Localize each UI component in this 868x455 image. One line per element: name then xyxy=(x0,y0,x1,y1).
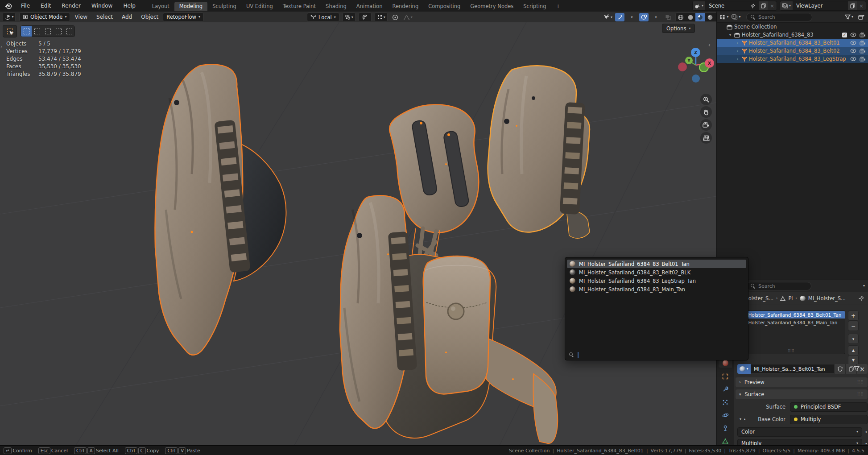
expand-toggle[interactable]: › xyxy=(736,49,740,53)
properties-options-dropdown[interactable]: ▾ xyxy=(863,284,865,288)
pin-icon[interactable] xyxy=(750,4,755,8)
tab-constraints[interactable] xyxy=(719,424,732,433)
datablock-name[interactable]: Holster_Safariland_6384_83_Belt02 xyxy=(749,48,840,54)
new-scene-button[interactable] xyxy=(759,1,768,10)
add-workspace-button[interactable]: + xyxy=(551,2,565,11)
app-menu-item[interactable]: Render xyxy=(56,3,86,9)
hide-eye-icon[interactable] xyxy=(850,49,856,53)
preview-panel-header[interactable]: › Preview ⠿⠿ xyxy=(736,377,868,387)
breadcrumb-object[interactable]: Holster_S... xyxy=(744,295,773,302)
expand-toggle[interactable]: › xyxy=(736,41,740,45)
disable-render-camera-icon[interactable] xyxy=(860,57,866,62)
scene-name-field[interactable]: Scene xyxy=(705,1,759,10)
base-color-node-selector[interactable]: Multiply xyxy=(790,415,868,424)
tab-physics[interactable] xyxy=(719,411,732,420)
remove-viewlayer-button[interactable]: × xyxy=(857,1,866,10)
workspace-tab[interactable]: UV Editing xyxy=(241,2,278,11)
unlink-scene-button[interactable]: × xyxy=(768,1,777,10)
add-slot-button[interactable]: + xyxy=(848,310,859,321)
retopoflow-menu[interactable]: RetopoFlow ▾ xyxy=(163,12,204,22)
material-popup-item[interactable]: MI_Holster_Safariland_6384_83_Belt01_Tan xyxy=(567,260,746,268)
expand-toggle[interactable]: ▾ xyxy=(728,33,732,37)
shading-material-preview-button[interactable] xyxy=(695,13,705,21)
tweak-tool-button[interactable] xyxy=(3,25,17,37)
select-intersect-button[interactable] xyxy=(64,26,74,37)
workspace-tab[interactable]: Sculpting xyxy=(207,2,241,11)
material-popup-item[interactable]: MI_Holster_Safariland_6384_83_Main_Tan xyxy=(567,285,746,294)
gizmos-dropdown[interactable]: ▾ xyxy=(627,13,637,21)
viewport-3d[interactable]: › Objects5 / 5 Vertices17,779 / 17,779 E… xyxy=(0,22,716,445)
hide-eye-icon[interactable] xyxy=(850,57,856,61)
outliner-filter-button[interactable]: ▾ xyxy=(844,13,854,21)
app-menu-item[interactable]: Window xyxy=(86,3,118,9)
overlays-dropdown[interactable]: ▾ xyxy=(651,13,661,21)
workspace-tab[interactable]: Layout xyxy=(147,2,174,11)
popup-search-field[interactable] xyxy=(565,349,748,360)
snap-target-selector[interactable]: ▾ xyxy=(375,12,388,22)
workspace-tab[interactable]: Rendering xyxy=(387,2,423,11)
material-filter-dropdown[interactable]: ▾ xyxy=(853,364,863,372)
slot-move-up-button[interactable]: ▲ xyxy=(848,345,859,356)
collection-checkbox[interactable]: ✓ xyxy=(842,33,847,37)
viewport-menu-item[interactable]: View xyxy=(70,14,91,20)
properties-search-input[interactable]: Search xyxy=(746,282,811,290)
outliner-row[interactable]: › Holster_Safariland_6384_83_Belt02 ✓ xyxy=(717,47,868,55)
select-subtract-button[interactable] xyxy=(42,26,53,37)
breadcrumb-material[interactable]: MI_Holster_S... xyxy=(808,295,846,302)
workspace-tab[interactable]: Modeling xyxy=(174,2,207,11)
camera-view-button[interactable] xyxy=(700,119,712,131)
tab-modifiers[interactable] xyxy=(719,385,732,394)
app-menu-item[interactable]: File xyxy=(16,3,35,9)
surface-shader-selector[interactable]: Principled BSDF xyxy=(790,402,868,412)
new-collection-button[interactable] xyxy=(856,13,866,21)
orthographic-toggle-button[interactable] xyxy=(700,132,712,144)
gizmo-y-axis[interactable]: Y xyxy=(685,57,693,64)
expand-toggle[interactable]: › xyxy=(736,57,740,61)
app-menu-item[interactable]: Edit xyxy=(35,3,56,9)
selectability-visibility-menu[interactable]: ▾ xyxy=(603,13,612,21)
list-resize-grip[interactable]: ⠿⠿ xyxy=(788,349,794,353)
proportional-falloff-selector[interactable]: ▾ xyxy=(403,13,413,21)
blender-logo-icon[interactable] xyxy=(0,3,16,9)
breadcrumb-data[interactable]: Pl xyxy=(788,295,793,302)
tab-object[interactable] xyxy=(719,372,732,381)
workspace-tab[interactable]: Texture Paint xyxy=(278,2,321,11)
proportional-editing-toggle[interactable] xyxy=(391,13,400,21)
base-color-expand[interactable]: ▾ xyxy=(737,418,744,421)
remove-slot-button[interactable]: − xyxy=(848,321,859,331)
outliner-display-mode-button[interactable]: ▾ xyxy=(732,13,741,21)
workspace-tab[interactable]: Compositing xyxy=(423,2,465,11)
mode-selector[interactable]: Object Mode ▾ xyxy=(19,12,70,22)
material-popup-item[interactable]: MI_Holster_Safariland_6384_83_LegStrap_T… xyxy=(567,277,746,285)
viewlayer-browse-button[interactable]: ▾ xyxy=(780,1,793,10)
gizmos-toggle[interactable] xyxy=(615,13,624,21)
select-set-button[interactable] xyxy=(21,26,32,37)
shading-solid-button[interactable] xyxy=(686,13,695,21)
tab-particles[interactable] xyxy=(719,398,732,407)
surface-panel-header[interactable]: ▾ Surface ⠿⠿ xyxy=(736,389,868,399)
material-name-field[interactable]: MI_Holster_Sa...3_Belt01_Tan xyxy=(751,364,834,374)
app-menu-item[interactable]: Help xyxy=(118,3,141,9)
color-dropdown[interactable]: Color ▾ xyxy=(737,427,862,437)
overlays-toggle[interactable] xyxy=(639,13,649,21)
new-viewlayer-button[interactable] xyxy=(848,1,857,10)
pivot-point-selector[interactable]: ▾ xyxy=(343,12,355,22)
leg-rig[interactable] xyxy=(340,195,558,443)
browse-material-button[interactable]: ▾ xyxy=(737,364,751,374)
workspace-tab[interactable]: Scripting xyxy=(518,2,551,11)
outliner-row[interactable]: ▾ Holster_Safariland_6384_83 ✓ xyxy=(717,31,868,39)
pan-button[interactable] xyxy=(700,106,712,118)
shading-rendered-button[interactable] xyxy=(705,13,715,21)
gizmo-x-axis[interactable]: X xyxy=(705,58,714,68)
xray-toggle[interactable] xyxy=(663,13,673,21)
outliner-row[interactable]: › Holster_Safariland_6384_83_Belt01 ✓ xyxy=(717,39,868,47)
workspace-tab[interactable]: Geometry Nodes xyxy=(465,2,518,11)
datablock-name[interactable]: Holster_Safariland_6384_83_LegStrap xyxy=(749,56,846,62)
holster-left[interactable] xyxy=(155,64,286,355)
shading-wireframe-button[interactable] xyxy=(676,13,686,21)
workspace-tab[interactable]: Shading xyxy=(321,2,351,11)
viewlayer-name-field[interactable]: ViewLayer xyxy=(793,1,848,10)
snapping-toggle[interactable] xyxy=(359,12,372,22)
material-popup-item[interactable]: MI_Holster_Safariland_6384_83_Belt02_BLK xyxy=(567,268,746,277)
outliner-editor-type-button[interactable]: ▾ xyxy=(719,13,729,21)
